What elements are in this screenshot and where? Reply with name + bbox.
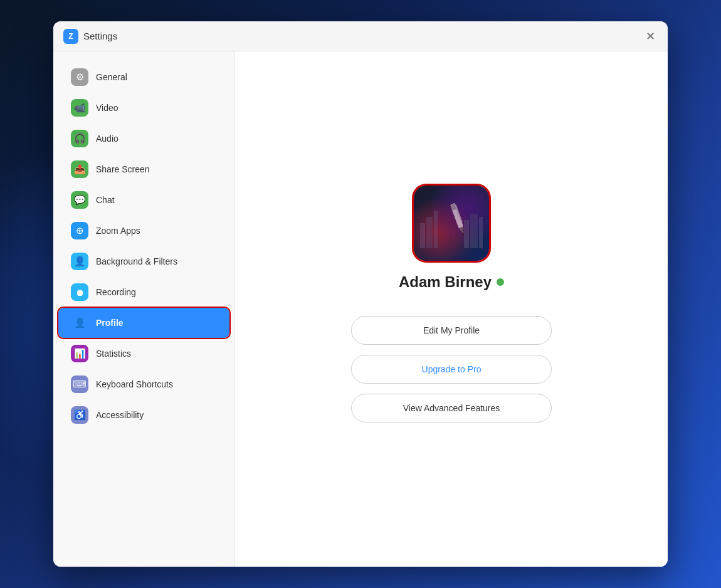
- svg-rect-7: [470, 214, 478, 248]
- title-bar: Z Settings ✕: [53, 21, 668, 51]
- statistics-label: Statistics: [96, 349, 131, 359]
- share-screen-icon: 📤: [71, 160, 88, 178]
- sidebar-item-keyboard-shortcuts[interactable]: ⌨Keyboard Shortcuts: [58, 369, 229, 399]
- svg-rect-12: [455, 204, 463, 223]
- sidebar-item-recording[interactable]: ⏺Recording: [58, 277, 229, 307]
- video-label: Video: [96, 103, 118, 113]
- recording-icon: ⏺: [71, 283, 88, 301]
- sidebar-item-statistics[interactable]: 📊Statistics: [58, 339, 229, 369]
- sidebar-item-zoom-apps[interactable]: ⊕Zoom Apps: [58, 216, 229, 246]
- svg-rect-9: [450, 203, 463, 228]
- settings-window: Z Settings ✕ ⚙General📹Video🎧Audio📤Share …: [53, 21, 668, 567]
- recording-label: Recording: [96, 287, 136, 297]
- sidebar: ⚙General📹Video🎧Audio📤Share Screen💬Chat⊕Z…: [53, 51, 235, 567]
- accessibility-label: Accessibility: [96, 410, 144, 420]
- audio-icon: 🎧: [71, 130, 88, 147]
- profile-name-row: Adam Birney: [399, 273, 504, 291]
- keyboard-shortcuts-icon: ⌨: [71, 375, 88, 393]
- content-area: ⚙General📹Video🎧Audio📤Share Screen💬Chat⊕Z…: [53, 51, 668, 567]
- keyboard-shortcuts-label: Keyboard Shortcuts: [96, 379, 173, 389]
- general-icon: ⚙: [71, 68, 88, 86]
- view-advanced-features-button[interactable]: View Advanced Features: [351, 394, 552, 423]
- zoom-apps-label: Zoom Apps: [96, 226, 140, 236]
- online-status-dot: [497, 278, 504, 286]
- sidebar-item-share-screen[interactable]: 📤Share Screen: [58, 154, 229, 184]
- main-panel: Adam Birney Edit My Profile Upgrade to P…: [235, 51, 668, 567]
- zoom-apps-icon: ⊕: [71, 222, 88, 239]
- background-filters-icon: 👤: [71, 253, 88, 270]
- audio-label: Audio: [96, 134, 118, 144]
- svg-rect-4: [426, 217, 433, 248]
- chat-label: Chat: [96, 195, 115, 205]
- svg-rect-2: [414, 186, 489, 261]
- upgrade-to-pro-button[interactable]: Upgrade to Pro: [351, 355, 552, 384]
- video-icon: 📹: [71, 99, 88, 117]
- profile-name-text: Adam Birney: [399, 273, 492, 291]
- title-bar-left: Z Settings: [63, 29, 117, 44]
- profile-label: Profile: [96, 318, 124, 328]
- sidebar-item-background-filters[interactable]: 👤Background & Filters: [58, 246, 229, 276]
- svg-rect-0: [414, 186, 489, 261]
- close-button[interactable]: ✕: [643, 29, 658, 44]
- statistics-icon: 📊: [71, 345, 88, 362]
- zoom-logo-icon: Z: [63, 29, 78, 44]
- sidebar-item-audio[interactable]: 🎧Audio: [58, 123, 229, 154]
- svg-marker-11: [459, 226, 466, 234]
- avatar-wrapper: [414, 186, 489, 261]
- sidebar-item-accessibility[interactable]: ♿Accessibility: [58, 400, 229, 430]
- accessibility-icon: ♿: [71, 406, 88, 424]
- svg-rect-3: [420, 223, 425, 248]
- profile-avatar: [414, 186, 489, 261]
- share-screen-label: Share Screen: [96, 164, 150, 174]
- svg-rect-1: [414, 186, 489, 261]
- sidebar-item-profile[interactable]: 👤Profile: [58, 308, 229, 338]
- background-filters-label: Background & Filters: [96, 256, 177, 266]
- profile-icon: 👤: [71, 314, 88, 332]
- chat-icon: 💬: [71, 191, 88, 209]
- svg-rect-6: [464, 220, 469, 248]
- svg-rect-8: [479, 217, 483, 248]
- edit-profile-button[interactable]: Edit My Profile: [351, 316, 552, 345]
- window-title: Settings: [83, 31, 117, 41]
- svg-line-13: [463, 233, 464, 235]
- sidebar-item-general[interactable]: ⚙General: [58, 62, 229, 92]
- sidebar-item-video[interactable]: 📹Video: [58, 93, 229, 123]
- general-label: General: [96, 72, 127, 82]
- svg-rect-10: [450, 203, 457, 211]
- sidebar-item-chat[interactable]: 💬Chat: [58, 185, 229, 215]
- svg-rect-5: [434, 211, 438, 248]
- avatar-svg: [414, 186, 489, 261]
